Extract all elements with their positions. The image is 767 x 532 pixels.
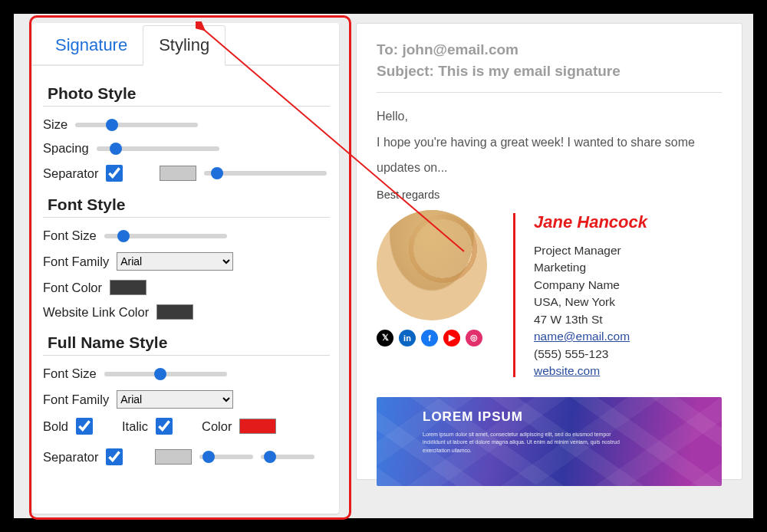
photo-separator-color-swatch[interactable] (160, 166, 196, 181)
facebook-icon[interactable]: f (421, 330, 438, 346)
separator-label: Separator (43, 166, 98, 181)
fullname-separator-slider2[interactable] (261, 455, 314, 459)
size-label: Size (43, 117, 67, 132)
fullname-separator-color-swatch[interactable] (155, 449, 192, 465)
photo-style-heading: Photo Style (48, 84, 330, 103)
banner-text: Lorem ipsum dolor sit amet, consectetur … (423, 431, 630, 455)
preview-pane: To: john@email.com Subject: This is my e… (351, 14, 753, 518)
signature-website[interactable]: website.com (534, 364, 600, 377)
fullname-family-select[interactable]: Arial (117, 390, 233, 409)
photo-size-slider[interactable] (75, 123, 198, 127)
banner-title: LOREM IPSUM (423, 409, 676, 425)
fullname-family-label: Font Family (43, 392, 109, 407)
instagram-icon[interactable]: ◎ (466, 330, 482, 346)
social-icons: 𝕏 in f ▶ ◎ (377, 330, 495, 346)
regards-label: Best regards (377, 189, 722, 201)
signature-title: Project Manager (534, 242, 647, 259)
email-body: I hope you're having a great week! I wan… (377, 130, 722, 181)
bold-checkbox[interactable] (76, 418, 93, 435)
signature-separator (513, 213, 515, 377)
photo-separator-slider[interactable] (204, 171, 327, 176)
fullname-size-slider[interactable] (104, 372, 227, 376)
italic-checkbox[interactable] (156, 418, 173, 435)
website-link-color-swatch[interactable] (156, 304, 193, 320)
font-size-label: Font Size (43, 228, 97, 243)
signature-company: Company Name (534, 277, 647, 294)
email-preview-card: To: john@email.com Subject: This is my e… (356, 23, 742, 480)
bold-label: Bold (43, 419, 68, 434)
font-color-label: Font Color (43, 281, 102, 295)
x-icon[interactable]: 𝕏 (377, 330, 393, 346)
avatar (377, 210, 487, 320)
tab-signature[interactable]: Signature (40, 26, 143, 64)
tabs: Signature Styling (32, 23, 339, 66)
photo-separator-checkbox[interactable] (106, 165, 123, 182)
fullname-size-label: Font Size (43, 366, 97, 381)
font-family-select[interactable]: Arial (117, 252, 233, 271)
fullname-separator-label: Separator (43, 450, 98, 465)
email-greeting: Hello, (377, 103, 722, 130)
settings-panel: Signature Styling Photo Style Size Spaci… (32, 23, 339, 514)
font-size-slider[interactable] (104, 234, 227, 238)
styling-scroll[interactable]: Photo Style Size Spacing Separator (32, 66, 339, 514)
font-color-swatch[interactable] (110, 280, 146, 295)
signature-block: 𝕏 in f ▶ ◎ Jane Hancock Project Manager … (377, 210, 722, 380)
fullname-separator-slider1[interactable] (199, 455, 253, 459)
signature-name: Jane Hancock (534, 210, 647, 235)
youtube-icon[interactable]: ▶ (443, 330, 460, 346)
fullname-color-swatch[interactable] (239, 419, 276, 434)
font-style-heading: Font Style (48, 195, 330, 214)
signature-email[interactable]: name@email.com (534, 330, 630, 343)
tab-styling[interactable]: Styling (143, 25, 225, 66)
fullname-separator-checkbox[interactable] (106, 448, 123, 465)
signature-dept: Marketing (534, 259, 647, 276)
banner: LOREM IPSUM Lorem ipsum dolor sit amet, … (377, 397, 722, 486)
spacing-label: Spacing (43, 141, 89, 156)
website-link-color-label: Website Link Color (43, 305, 149, 320)
fullname-style-heading: Full Name Style (48, 333, 330, 352)
fullname-color-label: Color (202, 419, 232, 434)
font-family-label: Font Family (43, 255, 109, 269)
signature-location: USA, New York (534, 294, 647, 310)
signature-phone: (555) 555-123 (534, 346, 647, 363)
linkedin-icon[interactable]: in (399, 330, 416, 346)
photo-spacing-slider[interactable] (97, 146, 219, 151)
email-to: To: john@email.com (377, 39, 722, 61)
signature-address: 47 W 13th St (534, 311, 647, 328)
email-subject: Subject: This is my email signature (377, 61, 722, 82)
italic-label: Italic (122, 419, 148, 434)
